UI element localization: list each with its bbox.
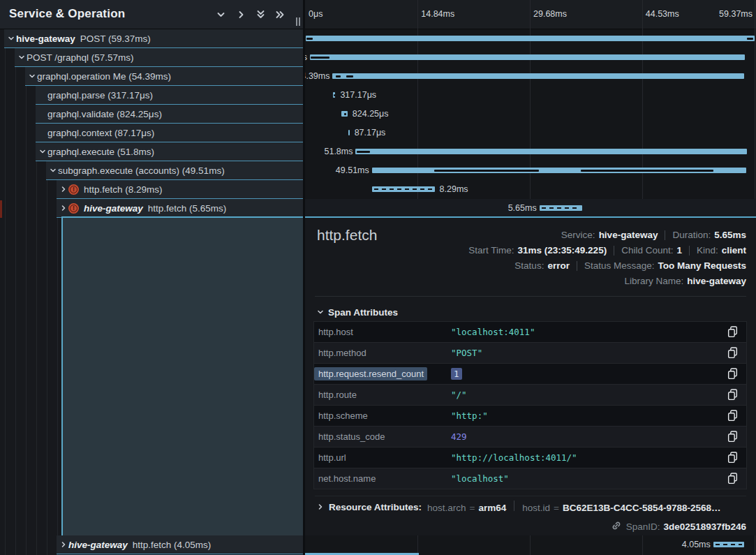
- span-duration-bar[interactable]: [713, 542, 744, 547]
- meta-label: Kind:: [697, 243, 718, 258]
- chevron-down-icon[interactable]: [27, 72, 37, 80]
- link-icon[interactable]: [611, 520, 622, 533]
- span-duration-bar[interactable]: [306, 36, 755, 41]
- timeline-row: 87.17μs: [305, 124, 756, 142]
- tree-header-title: Service & Operation: [9, 7, 125, 21]
- bar-duration-label: 49.51ms: [336, 161, 369, 180]
- span-tree-row[interactable]: hive-gatewayhttp.fetch (5.65ms): [57, 199, 303, 218]
- timeline-row: 51.8ms: [305, 142, 756, 161]
- meta-value: hive-gateway: [687, 274, 746, 289]
- highlighted-attribute-value: 1: [451, 368, 462, 380]
- span-duration-bar[interactable]: [355, 149, 747, 154]
- span-tree-row[interactable]: http.fetch (8.29ms): [57, 180, 303, 199]
- span-operation-label: graphql.operation Me (54.39ms): [37, 71, 171, 82]
- span-tree-row[interactable]: graphql.context (87.17μs): [36, 124, 303, 142]
- span-meta-line: Library Name:hive-gateway: [624, 274, 746, 289]
- drag-handle-icon[interactable]: [295, 17, 302, 26]
- meta-value: 31ms (23:35:49.225): [518, 243, 607, 258]
- meta-value: 1: [676, 243, 682, 258]
- resource-attributes-title[interactable]: Resource Attributes:: [329, 502, 422, 512]
- indent-guide: [15, 29, 16, 555]
- timeline-panel: 0μs14.84ms29.68ms44.53ms59.37ms 57.57ms5…: [305, 0, 756, 555]
- attribute-key: http.status_code: [314, 431, 451, 442]
- bar-duration-label: 54.39ms: [305, 67, 329, 86]
- span-tree-row[interactable]: hive-gatewayhttp.fetch (4.05ms): [57, 535, 303, 554]
- selection-top-border: [61, 216, 756, 218]
- span-duration-bar[interactable]: [348, 130, 350, 135]
- copy-icon[interactable]: [727, 473, 739, 484]
- span-operation-label: graphql.validate (824.25μs): [47, 109, 162, 119]
- chevron-down-icon[interactable]: [6, 34, 16, 43]
- resource-attributes-items: host.arch=arm64host.id=BC62E13B-C4CC-585…: [427, 501, 721, 513]
- span-duration-bar[interactable]: [332, 73, 743, 79]
- resource-value: BC62E13B-C4CC-5854-9788-2568…: [563, 503, 721, 513]
- copy-icon[interactable]: [727, 431, 739, 443]
- chevron-right-icon[interactable]: [58, 540, 68, 549]
- ruler-tick-label: 44.53ms: [646, 0, 679, 29]
- copy-icon[interactable]: [727, 326, 739, 338]
- error-icon: [68, 203, 79, 214]
- meta-value: 5.65ms: [714, 228, 746, 243]
- chevron-down-icon[interactable]: [47, 166, 58, 175]
- meta-label: Duration:: [672, 228, 711, 243]
- span-tree-row[interactable]: subgraph.execute (accounts) (49.51ms): [46, 161, 303, 180]
- self-time-mark: [747, 38, 753, 40]
- expand-one-icon[interactable]: [235, 9, 248, 20]
- attribute-key: http.method: [314, 348, 451, 358]
- collapse-all-icon[interactable]: [255, 9, 267, 20]
- indent-guide: [26, 29, 27, 555]
- bar-duration-label: 87.17μs: [355, 124, 386, 142]
- meta-label: Service:: [561, 228, 595, 243]
- span-tree-row[interactable]: hive-gatewayPOST (59.37ms): [4, 29, 303, 48]
- chevron-right-icon[interactable]: [58, 185, 68, 193]
- attribute-row: http.status_code429: [314, 427, 746, 447]
- timeline-row: 4.05ms: [305, 535, 756, 554]
- span-meta-line: Status:errorStatus Message:Too Many Requ…: [514, 258, 746, 274]
- span-duration-bar[interactable]: [372, 186, 435, 192]
- self-time-mark: [336, 75, 341, 77]
- span-tree-row[interactable]: graphql.validate (824.25μs): [36, 105, 303, 124]
- collapse-one-icon[interactable]: [215, 9, 228, 20]
- span-tree-row[interactable]: graphql.execute (51.8ms): [36, 142, 303, 161]
- self-time-mark: [581, 170, 714, 172]
- copy-icon[interactable]: [727, 347, 739, 359]
- ruler-tick-label: 14.84ms: [421, 0, 454, 29]
- chevron-down-icon[interactable]: [37, 147, 47, 156]
- span-duration-bar[interactable]: [540, 205, 582, 211]
- copy-icon[interactable]: [727, 368, 739, 380]
- meta-label: Start Time:: [468, 243, 514, 258]
- span-service-name: hive-gateway: [84, 203, 143, 214]
- meta-label: Status:: [514, 258, 544, 274]
- chevron-right-icon[interactable]: [58, 204, 68, 212]
- attribute-key: http.route: [314, 390, 451, 400]
- meta-label: Library Name:: [624, 274, 683, 289]
- span-tree-row[interactable]: graphql.parse (317.17μs): [36, 86, 303, 105]
- panel-resize-divider[interactable]: [303, 0, 305, 555]
- span-attributes-header[interactable]: Span Attributes: [315, 304, 398, 320]
- span-operation-label: POST (59.37ms): [80, 34, 151, 44]
- span-tree-row[interactable]: graphql.operation Me (54.39ms): [25, 67, 303, 86]
- expand-all-icon[interactable]: [274, 9, 287, 20]
- span-operation-label: subgraph.execute (accounts) (49.51ms): [58, 165, 225, 176]
- span-tree-row[interactable]: POST /graphql (57.57ms): [15, 48, 303, 67]
- span-duration-bar[interactable]: [310, 54, 746, 60]
- span-meta-line: Start Time:31ms (23:35:49.225)Child Coun…: [468, 243, 746, 258]
- bar-duration-label: 824.25μs: [353, 105, 389, 124]
- attribute-row: http.host"localhost:4011": [314, 322, 746, 343]
- timeline-row: 57.57ms: [305, 48, 756, 67]
- attribute-value: "POST": [451, 348, 482, 358]
- bar-duration-label: 57.57ms: [305, 48, 307, 67]
- meta-separator: [689, 246, 690, 256]
- attribute-row: http.route"/": [314, 385, 746, 406]
- ruler-tick-label: 29.68ms: [533, 0, 567, 29]
- copy-icon[interactable]: [727, 452, 739, 464]
- chevron-down-icon[interactable]: [16, 53, 27, 61]
- copy-icon[interactable]: [727, 410, 739, 422]
- attribute-key: http.scheme: [314, 410, 451, 421]
- timeline-row: 5.65ms: [305, 199, 756, 218]
- attribute-key: http.request.resend_count: [314, 369, 451, 379]
- copy-icon[interactable]: [727, 389, 739, 401]
- span-operation-label: graphql.execute (51.8ms): [47, 147, 154, 157]
- meta-value: hive-gateway: [599, 228, 658, 243]
- attribute-key: net.host.name: [314, 473, 451, 484]
